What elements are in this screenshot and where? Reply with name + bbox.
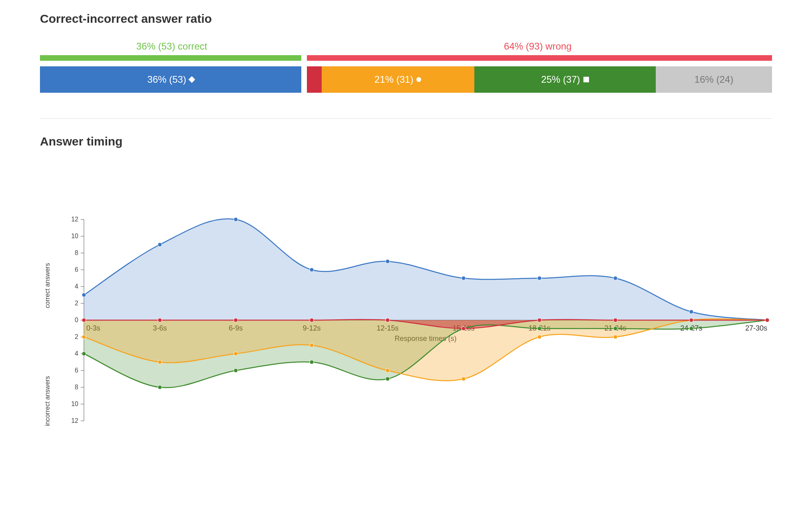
svg-text:8: 8 <box>75 249 78 256</box>
svg-point-63 <box>310 343 314 347</box>
ratio-thick-bar: 36% (53) 21% (31) 25% (37) 16% (24) <box>40 66 772 93</box>
svg-point-45 <box>462 276 466 280</box>
svg-point-41 <box>158 243 162 247</box>
svg-text:10: 10 <box>71 400 78 407</box>
svg-point-76 <box>537 318 541 322</box>
ratio-wrong-label: 64% (93) wrong <box>304 37 772 55</box>
svg-point-52 <box>234 369 238 373</box>
diamond-icon <box>188 76 195 83</box>
svg-text:27-30s: 27-30s <box>745 324 767 332</box>
svg-point-53 <box>310 360 314 364</box>
timing-section: Answer timing correct answers incorrect … <box>40 135 772 448</box>
svg-text:0: 0 <box>75 317 78 323</box>
ratio-correct-label: 36% (53) correct <box>40 37 304 55</box>
ratio-seg-green: 25% (37) <box>474 66 656 93</box>
ratio-seg-blue: 36% (53) <box>40 66 301 93</box>
svg-point-73 <box>310 318 314 322</box>
svg-point-57 <box>613 327 617 331</box>
svg-point-64 <box>386 369 390 373</box>
svg-point-47 <box>613 276 617 280</box>
ratio-seg-grey-label: 16% (24) <box>695 74 733 85</box>
ratio-seg-wrong-group: 21% (31) 25% (37) 16% (24) <box>307 66 772 93</box>
svg-point-58 <box>689 327 693 331</box>
ratio-thin-bar <box>40 55 772 61</box>
svg-point-60 <box>82 335 86 339</box>
svg-point-48 <box>689 310 693 314</box>
ratio-seg-red <box>307 66 321 93</box>
ratio-thin-wrong <box>307 55 772 61</box>
circle-icon <box>416 77 421 82</box>
section-divider <box>40 118 772 119</box>
svg-text:8: 8 <box>75 384 78 390</box>
svg-text:10: 10 <box>71 233 78 239</box>
svg-text:12: 12 <box>71 417 78 424</box>
svg-text:6: 6 <box>75 367 78 374</box>
square-icon <box>583 77 589 82</box>
ratio-title: Correct-incorrect answer ratio <box>40 12 772 26</box>
svg-point-77 <box>613 318 617 322</box>
svg-text:2: 2 <box>75 300 78 307</box>
svg-point-79 <box>765 318 769 322</box>
svg-text:12: 12 <box>71 216 78 223</box>
svg-point-44 <box>386 259 390 263</box>
ratio-seg-orange-label: 21% (31) <box>374 74 413 85</box>
svg-point-67 <box>613 335 617 339</box>
ratio-seg-blue-label: 36% (53) <box>147 74 186 85</box>
svg-point-66 <box>537 335 541 339</box>
svg-point-72 <box>234 318 238 322</box>
svg-point-50 <box>82 352 86 356</box>
svg-text:6: 6 <box>75 266 78 273</box>
svg-point-74 <box>386 318 390 322</box>
svg-point-61 <box>158 360 162 364</box>
timing-title: Answer timing <box>40 135 772 148</box>
ratio-labels-row: 36% (53) correct 64% (93) wrong <box>40 37 772 55</box>
timing-chart: correct answers incorrect answers 024681… <box>40 200 772 448</box>
svg-point-75 <box>462 327 466 331</box>
svg-point-70 <box>82 318 86 322</box>
ratio-seg-grey: 16% (24) <box>656 66 772 93</box>
svg-point-51 <box>158 385 162 389</box>
ratio-thin-correct <box>40 55 301 61</box>
svg-point-40 <box>82 293 86 297</box>
svg-point-78 <box>689 318 693 322</box>
svg-text:4: 4 <box>75 350 78 357</box>
ratio-seg-green-label: 25% (37) <box>541 74 580 85</box>
timing-svg: 024681012246810120-3s3-6s6-9s9-12s12-15s… <box>40 200 772 448</box>
ratio-section: Correct-incorrect answer ratio 36% (53) … <box>40 12 772 93</box>
svg-point-42 <box>234 217 238 221</box>
svg-point-71 <box>158 318 162 322</box>
svg-text:4: 4 <box>75 283 78 290</box>
svg-point-56 <box>537 327 541 331</box>
svg-point-62 <box>234 352 238 356</box>
svg-point-65 <box>462 377 466 381</box>
svg-text:2: 2 <box>75 333 78 340</box>
svg-point-43 <box>310 268 314 272</box>
svg-point-54 <box>386 377 390 381</box>
svg-point-46 <box>537 276 541 280</box>
ratio-seg-orange: 21% (31) <box>322 66 474 93</box>
